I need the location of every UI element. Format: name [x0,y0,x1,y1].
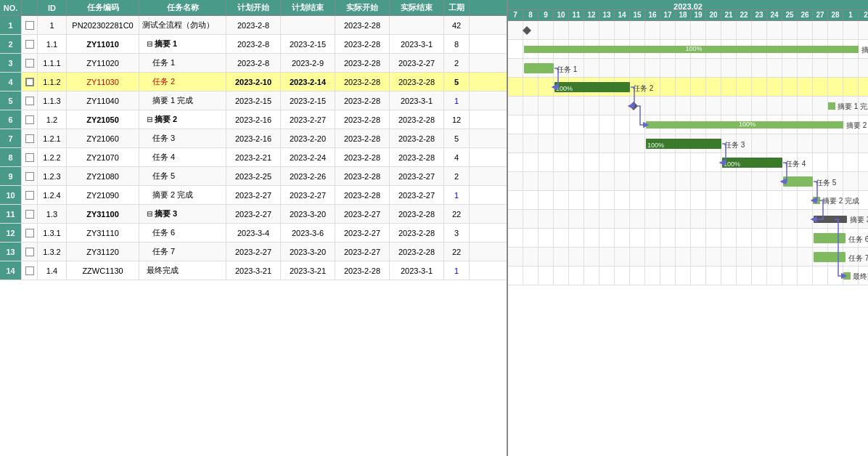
row-name: ⊟摘要 1 [139,35,226,53]
row-name: 任务 1 [139,54,226,72]
row-checkbox[interactable] [22,35,38,53]
table-row: 11 1.3 ZY31100 ⊟摘要 3 2023-2-27 2023-3-20… [0,205,507,224]
row-checkbox[interactable] [22,54,38,72]
gantt-row [508,97,868,115]
row-actual-start: 2023-2-28 [335,73,390,91]
row-plan-start: 2023-2-8 [226,54,281,72]
header-actual-start: 实际开始 [335,0,390,15]
table-row: 6 1.2 ZY21050 ⊟摘要 2 2023-2-16 2023-2-27 … [0,110,507,129]
row-duration: 1 [444,91,470,110]
row-checkbox[interactable] [22,224,38,242]
row-name: 最终完成 [139,261,226,280]
row-plan-start: 2023-2-16 [226,129,281,147]
header-actual-end: 实际结束 [390,0,444,15]
summary-icon: ⊟ [147,115,152,123]
row-plan-end: 2023-3-20 [281,243,335,261]
row-no: 12 [0,224,22,242]
gantt-date-cell: 11 [569,10,584,20]
row-plan-start: 2023-2-8 [226,35,281,53]
row-code: ZY21050 [67,110,139,129]
row-duration: 4 [444,148,470,166]
row-plan-end: 2023-2-24 [281,148,335,166]
row-checkbox[interactable] [22,73,38,91]
row-actual-end: 2023-2-28 [390,243,444,261]
row-id: 1.2.3 [38,167,67,185]
row-plan-start: 2023-2-21 [226,148,281,166]
gantt-date-cell: 28 [828,10,843,20]
row-checkbox[interactable] [22,205,38,223]
row-code: ZY11010 [67,35,139,53]
row-plan-start: 2023-2-25 [226,167,281,185]
header-id: ID [38,0,67,15]
row-actual-start: 2023-2-28 [335,54,390,72]
gantt-date-cell: 15 [630,10,645,20]
row-actual-end: 2023-3-1 [390,35,444,53]
row-actual-end: 2023-3-1 [390,91,444,110]
row-actual-start: 2023-2-28 [335,16,390,34]
row-name: 任务 7 [139,243,226,261]
row-checkbox[interactable] [22,16,38,34]
gantt-body: 100%摘要 1任务 1100%任务 2摘要 1 完成100%摘要 2100%任… [508,21,868,456]
row-checkbox[interactable] [22,261,38,280]
row-actual-start: 2023-2-27 [335,243,390,261]
summary-icon: ⊟ [147,210,152,218]
row-checkbox[interactable] [22,148,38,166]
row-actual-end: 2023-2-27 [390,167,444,185]
gantt-row [508,59,868,78]
row-actual-start: 2023-2-28 [335,261,390,280]
summary-icon: ⊟ [147,40,152,48]
gantt-row [508,21,868,40]
row-checkbox[interactable] [22,186,38,204]
row-plan-start: 2023-2-27 [226,186,281,204]
row-id: 1.3 [38,205,67,223]
row-actual-end: 2023-2-28 [390,129,444,147]
row-id: 1.2.2 [38,148,67,166]
gantt-date-cell: 14 [615,10,630,20]
row-plan-end: 2023-2-14 [281,73,335,91]
table-body: 1 1 PN202302281C0 测试全流程（勿动） 2023-2-8 202… [0,16,507,456]
row-actual-start: 2023-2-28 [335,186,390,204]
row-actual-start: 2023-2-28 [335,148,390,166]
row-id: 1.1 [38,35,67,53]
row-id: 1.1.1 [38,54,67,72]
row-name: 摘要 2 完成 [139,186,226,204]
table-row: 3 1.1.1 ZY11020 任务 1 2023-2-8 2023-2-9 2… [0,54,507,73]
row-plan-end: 2023-2-27 [281,110,335,129]
table-row: 13 1.3.2 ZY31120 任务 7 2023-2-27 2023-3-2… [0,243,507,261]
header-check [22,0,38,15]
row-actual-end: 2023-2-28 [390,224,444,242]
row-id: 1.2.4 [38,186,67,204]
row-plan-start: 2023-2-27 [226,205,281,223]
row-name: 任务 4 [139,148,226,166]
row-actual-start: 2023-2-27 [335,224,390,242]
row-name: ⊟摘要 2 [139,110,226,129]
row-name: 任务 5 [139,167,226,185]
row-name: 任务 2 [139,73,226,91]
gantt-date-cell: 18 [676,10,691,20]
row-checkbox[interactable] [22,243,38,261]
row-code: ZY31100 [67,205,139,223]
row-plan-end: 2023-3-6 [281,224,335,242]
row-plan-start: 2023-3-21 [226,261,281,280]
row-id: 1.2 [38,110,67,129]
row-plan-end: 2023-2-15 [281,91,335,110]
row-no: 5 [0,91,22,110]
row-plan-start: 2023-2-27 [226,243,281,261]
row-checkbox[interactable] [22,110,38,129]
row-duration: 22 [444,243,470,261]
row-checkbox[interactable] [22,167,38,185]
gantt-header: 2023.02 78910111213141516171819202122232… [508,0,868,21]
row-no: 4 [0,73,22,91]
row-id: 1.1.2 [38,73,67,91]
gantt-row [508,153,868,172]
row-checkbox[interactable] [22,129,38,147]
row-actual-end: 2023-3-1 [390,261,444,280]
row-plan-start: 2023-2-16 [226,110,281,129]
app-container: NO. ID 任务编码 任务名称 计划开始 计划结束 实际开始 实际结束 工期 … [0,0,868,456]
row-name: 测试全流程（勿动） [139,16,226,34]
row-duration: 22 [444,205,470,223]
gantt-dates: 7891011121314151617181920212223242526272… [508,10,868,20]
row-actual-end: 2023-2-28 [390,205,444,223]
row-code: ZY31110 [67,224,139,242]
row-checkbox[interactable] [22,91,38,110]
